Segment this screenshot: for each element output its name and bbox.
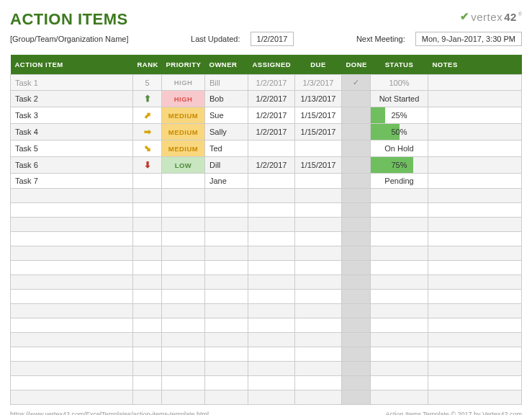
cell-empty[interactable] (371, 347, 428, 362)
cell-empty[interactable] (205, 347, 248, 362)
cell-empty[interactable] (133, 318, 162, 333)
cell-action-item[interactable]: Task 2 (11, 91, 133, 107)
cell-empty[interactable] (428, 261, 522, 275)
cell-empty[interactable] (248, 362, 295, 376)
cell-priority[interactable]: HIGH (162, 75, 205, 91)
cell-empty[interactable] (248, 304, 295, 318)
cell-empty[interactable] (342, 203, 371, 218)
cell-empty[interactable] (371, 218, 428, 232)
cell-rank[interactable]: ⬊ (133, 140, 162, 157)
cell-empty[interactable] (248, 347, 295, 362)
table-row-empty[interactable] (11, 232, 522, 246)
cell-empty[interactable] (248, 275, 295, 290)
table-row-empty[interactable] (11, 203, 522, 218)
cell-empty[interactable] (11, 246, 133, 261)
cell-empty[interactable] (428, 347, 522, 362)
cell-empty[interactable] (428, 376, 522, 391)
table-row[interactable]: Task 15HIGHBill1/2/20171/3/2017✓100% (11, 75, 522, 91)
cell-done[interactable] (342, 157, 371, 174)
cell-owner[interactable]: Ted (205, 140, 248, 157)
cell-empty[interactable] (295, 275, 342, 290)
cell-due[interactable]: 1/15/2017 (295, 107, 342, 124)
table-row[interactable]: Task 6⬇LOWDill1/2/20171/15/201775% (11, 157, 522, 174)
cell-empty[interactable] (248, 232, 295, 246)
last-updated-field[interactable]: 1/2/2017 (251, 32, 294, 46)
cell-empty[interactable] (428, 362, 522, 376)
cell-empty[interactable] (371, 246, 428, 261)
cell-empty[interactable] (342, 391, 371, 405)
cell-due[interactable]: 1/15/2017 (295, 124, 342, 140)
cell-empty[interactable] (162, 203, 205, 218)
table-row-empty[interactable] (11, 246, 522, 261)
cell-status[interactable]: 50% (371, 124, 428, 140)
table-row-empty[interactable] (11, 362, 522, 376)
cell-empty[interactable] (295, 391, 342, 405)
cell-empty[interactable] (11, 232, 133, 246)
cell-empty[interactable] (371, 376, 428, 391)
cell-priority[interactable]: MEDIUM (162, 140, 205, 157)
cell-empty[interactable] (162, 333, 205, 347)
cell-empty[interactable] (11, 189, 133, 203)
cell-empty[interactable] (248, 218, 295, 232)
cell-empty[interactable] (133, 189, 162, 203)
cell-empty[interactable] (205, 290, 248, 304)
cell-empty[interactable] (342, 333, 371, 347)
cell-empty[interactable] (162, 362, 205, 376)
cell-empty[interactable] (428, 275, 522, 290)
cell-empty[interactable] (248, 318, 295, 333)
cell-empty[interactable] (11, 203, 133, 218)
cell-empty[interactable] (205, 376, 248, 391)
cell-assigned[interactable]: 1/2/2017 (248, 157, 295, 174)
cell-empty[interactable] (428, 203, 522, 218)
cell-empty[interactable] (162, 261, 205, 275)
cell-empty[interactable] (205, 246, 248, 261)
cell-empty[interactable] (371, 333, 428, 347)
cell-empty[interactable] (371, 318, 428, 333)
cell-empty[interactable] (342, 290, 371, 304)
cell-empty[interactable] (342, 218, 371, 232)
cell-empty[interactable] (162, 275, 205, 290)
cell-owner[interactable]: Bill (205, 75, 248, 91)
cell-empty[interactable] (133, 218, 162, 232)
cell-notes[interactable] (428, 91, 522, 107)
cell-action-item[interactable]: Task 7 (11, 174, 133, 189)
cell-empty[interactable] (11, 304, 133, 318)
cell-owner[interactable]: Sue (205, 107, 248, 124)
table-row-empty[interactable] (11, 391, 522, 405)
cell-due[interactable]: 1/3/2017 (295, 75, 342, 91)
cell-empty[interactable] (248, 290, 295, 304)
cell-empty[interactable] (295, 333, 342, 347)
cell-assigned[interactable] (248, 140, 295, 157)
cell-rank[interactable]: ⬇ (133, 157, 162, 174)
table-row[interactable]: Task 2⬆HIGHBob1/2/20171/13/2017Not Start… (11, 91, 522, 107)
cell-empty[interactable] (205, 275, 248, 290)
cell-priority[interactable]: HIGH (162, 91, 205, 107)
cell-due[interactable]: 1/15/2017 (295, 157, 342, 174)
cell-priority[interactable] (162, 174, 205, 189)
cell-empty[interactable] (342, 275, 371, 290)
cell-done[interactable] (342, 140, 371, 157)
cell-empty[interactable] (133, 203, 162, 218)
cell-empty[interactable] (371, 232, 428, 246)
cell-empty[interactable] (133, 347, 162, 362)
team-name-field[interactable]: [Group/Team/Organization Name] (10, 35, 128, 43)
cell-empty[interactable] (133, 376, 162, 391)
cell-empty[interactable] (371, 304, 428, 318)
cell-empty[interactable] (205, 318, 248, 333)
cell-empty[interactable] (11, 391, 133, 405)
table-row-empty[interactable] (11, 290, 522, 304)
cell-empty[interactable] (295, 362, 342, 376)
cell-empty[interactable] (133, 246, 162, 261)
cell-empty[interactable] (162, 376, 205, 391)
cell-empty[interactable] (248, 261, 295, 275)
cell-empty[interactable] (428, 333, 522, 347)
cell-due[interactable] (295, 140, 342, 157)
cell-empty[interactable] (295, 318, 342, 333)
cell-owner[interactable]: Dill (205, 157, 248, 174)
cell-empty[interactable] (248, 246, 295, 261)
cell-empty[interactable] (162, 232, 205, 246)
cell-due[interactable]: 1/13/2017 (295, 91, 342, 107)
cell-empty[interactable] (342, 304, 371, 318)
cell-empty[interactable] (371, 261, 428, 275)
table-row-empty[interactable] (11, 347, 522, 362)
